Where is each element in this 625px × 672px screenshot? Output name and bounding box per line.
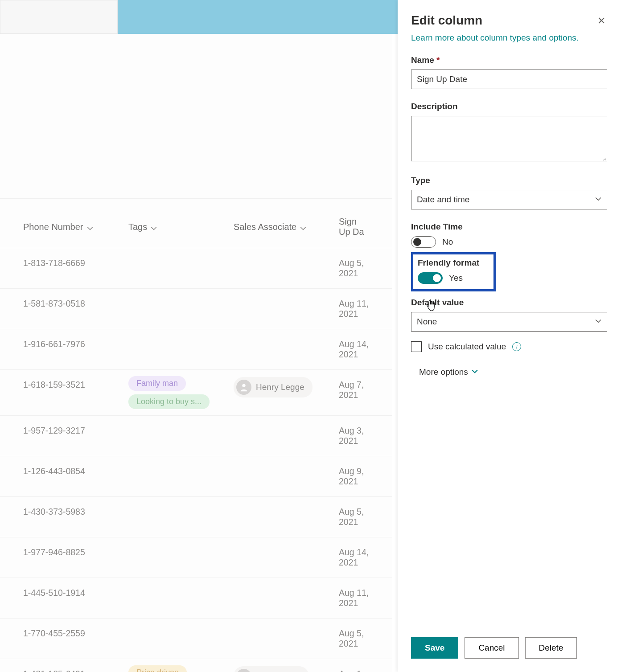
phone-cell: 1-977-946-8825 bbox=[23, 537, 128, 578]
col-tags-header[interactable]: Tags bbox=[128, 199, 234, 248]
chevron-down-icon bbox=[151, 224, 157, 230]
phone-cell: 1-813-718-6669 bbox=[23, 248, 128, 288]
signup-date-cell: Aug 11, 2021 bbox=[339, 578, 369, 618]
include-time-value: No bbox=[442, 237, 453, 247]
default-value-select[interactable]: None bbox=[411, 312, 607, 332]
signup-date-cell: Aug 9, 2021 bbox=[339, 456, 369, 496]
signup-date-cell: Aug 7, 2021 bbox=[339, 370, 369, 415]
table-row[interactable]: 1-430-373-5983Aug 5, 2021 bbox=[0, 496, 392, 537]
phone-cell: 1-916-661-7976 bbox=[23, 329, 128, 369]
phone-cell: 1-126-443-0854 bbox=[23, 456, 128, 496]
close-icon[interactable]: ✕ bbox=[596, 13, 607, 29]
type-label: Type bbox=[411, 176, 607, 185]
tag-chip[interactable]: Family man bbox=[128, 376, 186, 391]
cancel-button[interactable]: Cancel bbox=[465, 637, 518, 659]
table-row[interactable]: 1-126-443-0854Aug 9, 2021 bbox=[0, 456, 392, 496]
chevron-down-icon bbox=[595, 195, 601, 205]
more-options-button[interactable]: More options bbox=[411, 367, 607, 377]
search-input-box[interactable] bbox=[0, 0, 118, 34]
sales-associate-cell bbox=[234, 497, 339, 537]
default-value-label: Default value bbox=[411, 298, 607, 307]
sales-associate-cell bbox=[234, 289, 339, 329]
avatar-icon bbox=[236, 380, 251, 395]
phone-cell: 1-481-185-6401 bbox=[23, 659, 128, 672]
panel-title: Edit column bbox=[411, 13, 482, 28]
sales-associate-cell bbox=[234, 329, 339, 369]
phone-cell: 1-445-510-1914 bbox=[23, 578, 128, 618]
chevron-down-icon bbox=[300, 224, 306, 230]
signup-date-cell: Aug 14, 2021 bbox=[339, 329, 369, 369]
signup-date-cell: Aug 11, 2021 bbox=[339, 289, 369, 329]
panel-footer: Save Cancel Delete bbox=[398, 627, 625, 672]
avatar-icon bbox=[236, 669, 251, 672]
default-value-text: None bbox=[417, 317, 437, 327]
friendly-format-label: Friendly format bbox=[418, 258, 489, 268]
table-row[interactable]: 1-957-129-3217Aug 3, 2021 bbox=[0, 415, 392, 456]
name-label: Name * bbox=[411, 55, 607, 65]
tag-chip[interactable]: Looking to buy s... bbox=[128, 394, 210, 409]
phone-cell: 1-430-373-5983 bbox=[23, 497, 128, 537]
phone-cell: 1-581-873-0518 bbox=[23, 289, 128, 329]
sales-associate-cell bbox=[234, 416, 339, 456]
name-input[interactable] bbox=[411, 70, 607, 89]
table-row[interactable]: 1-618-159-3521Family manLooking to buy s… bbox=[0, 369, 392, 415]
sales-associate-cell bbox=[234, 537, 339, 578]
phone-cell: 1-957-129-3217 bbox=[23, 416, 128, 456]
learn-more-link[interactable]: Learn more about column types and option… bbox=[411, 33, 579, 43]
table-row[interactable]: 1-770-455-2559Aug 5, 2021 bbox=[0, 618, 392, 659]
friendly-format-value: Yes bbox=[449, 273, 463, 283]
col-salesassoc-header[interactable]: Sales Associate bbox=[234, 199, 339, 248]
description-textarea[interactable] bbox=[411, 116, 607, 161]
person-chip[interactable]: Jamie Crust bbox=[234, 666, 309, 672]
col-phone-header[interactable]: Phone Number bbox=[23, 199, 128, 248]
col-signup-header[interactable]: Sign Up Da bbox=[339, 199, 369, 248]
tags-cell: Price drivenFamily manAccessories bbox=[128, 659, 234, 672]
sales-associate-cell bbox=[234, 619, 339, 659]
table-row[interactable]: 1-581-873-0518Aug 11, 2021 bbox=[0, 288, 392, 329]
edit-column-panel: Edit column ✕ Learn more about column ty… bbox=[398, 0, 625, 672]
tags-cell bbox=[128, 456, 234, 496]
tags-cell bbox=[128, 497, 234, 537]
friendly-format-toggle[interactable] bbox=[418, 272, 443, 284]
use-calculated-checkbox[interactable] bbox=[411, 341, 422, 352]
tags-cell bbox=[128, 248, 234, 288]
col-salesassoc-label: Sales Associate bbox=[234, 222, 296, 232]
tags-cell bbox=[128, 329, 234, 369]
table-row[interactable]: 1-813-718-6669Aug 5, 2021 bbox=[0, 248, 392, 288]
tags-cell bbox=[128, 289, 234, 329]
type-value: Date and time bbox=[417, 195, 469, 205]
svg-point-0 bbox=[242, 384, 245, 387]
use-calculated-label: Use calculated value bbox=[428, 342, 506, 352]
table-row[interactable]: 1-481-185-6401Price drivenFamily manAcce… bbox=[0, 659, 392, 672]
signup-date-cell: Aug 5, 2021 bbox=[339, 248, 369, 288]
tags-cell bbox=[128, 578, 234, 618]
signup-date-cell: Aug 3, 2021 bbox=[339, 416, 369, 456]
tags-cell: Family manLooking to buy s... bbox=[128, 370, 234, 415]
info-icon[interactable]: i bbox=[512, 342, 521, 351]
table-row[interactable]: 1-977-946-8825Aug 14, 2021 bbox=[0, 537, 392, 578]
signup-date-cell: Aug 5, 2021 bbox=[339, 497, 369, 537]
chevron-down-icon bbox=[595, 317, 601, 327]
include-time-toggle[interactable] bbox=[411, 236, 436, 248]
table-row[interactable]: 1-916-661-7976Aug 14, 2021 bbox=[0, 329, 392, 369]
phone-cell: 1-618-159-3521 bbox=[23, 370, 128, 415]
table-row[interactable]: 1-445-510-1914Aug 11, 2021 bbox=[0, 578, 392, 618]
signup-date-cell: Aug 1, 2021 bbox=[339, 659, 369, 672]
column-headers: Phone Number Tags Sales Associate Sign U… bbox=[0, 199, 392, 248]
friendly-format-highlight: Friendly format Yes bbox=[411, 252, 496, 291]
phone-cell: 1-770-455-2559 bbox=[23, 619, 128, 659]
more-options-label: More options bbox=[419, 367, 468, 377]
tag-chip[interactable]: Price driven bbox=[128, 665, 187, 672]
delete-button[interactable]: Delete bbox=[525, 637, 577, 659]
sales-associate-cell: Jamie Crust bbox=[234, 659, 339, 672]
tags-cell bbox=[128, 619, 234, 659]
sales-associate-cell bbox=[234, 248, 339, 288]
type-select[interactable]: Date and time bbox=[411, 190, 607, 209]
col-tags-label: Tags bbox=[128, 222, 147, 232]
save-button[interactable]: Save bbox=[411, 637, 458, 659]
signup-date-cell: Aug 5, 2021 bbox=[339, 619, 369, 659]
sales-associate-cell bbox=[234, 456, 339, 496]
person-chip[interactable]: Henry Legge bbox=[234, 377, 312, 397]
sales-associate-cell: Henry Legge bbox=[234, 370, 339, 415]
description-label: Description bbox=[411, 102, 607, 111]
